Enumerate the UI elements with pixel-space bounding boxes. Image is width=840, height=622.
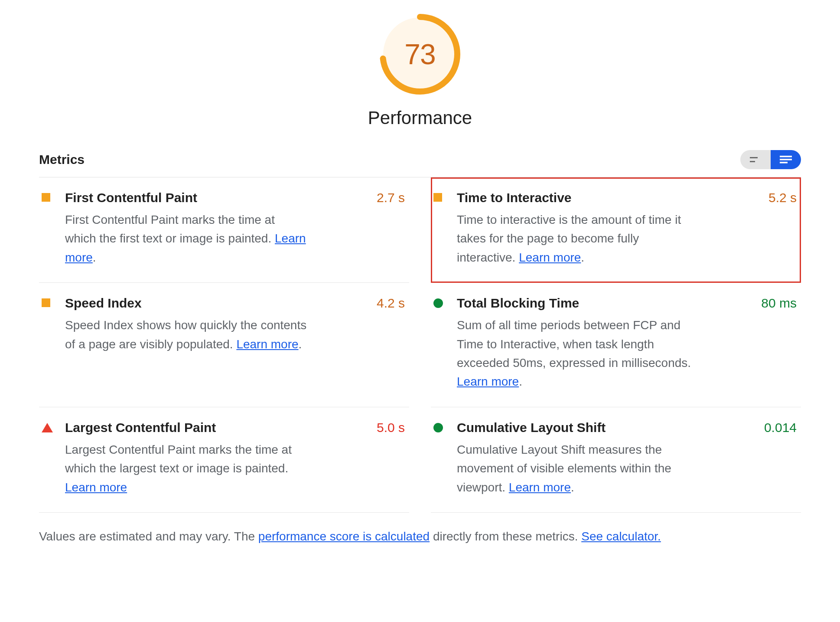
metrics-grid: First Contentful Paint2.7 sFirst Content… [39, 177, 801, 513]
square-status-icon [433, 193, 442, 202]
svg-rect-2 [780, 156, 792, 157]
metric-head: Largest Contentful Paint5.0 s [65, 420, 405, 435]
metric-value: 0.014 [764, 420, 797, 435]
performance-gauge: 73 Performance [39, 13, 801, 128]
metric-desc-text: Largest Contentful Paint marks the time … [65, 443, 292, 475]
compact-lines-icon [750, 156, 761, 163]
metric-name: Speed Index [65, 296, 142, 311]
metric-head: Cumulative Layout Shift0.014 [457, 420, 797, 435]
metric-name: Largest Contentful Paint [65, 420, 216, 435]
metric-value: 80 ms [761, 296, 797, 311]
svg-rect-4 [780, 162, 788, 164]
metric-desc-post: . [581, 251, 584, 264]
footnote-see-calculator-link[interactable]: See calculator. [581, 530, 661, 543]
metric-head: Time to Interactive5.2 s [457, 190, 797, 205]
metric-fcp: First Contentful Paint2.7 sFirst Content… [39, 177, 409, 283]
triangle-status-icon [42, 423, 53, 432]
metric-desc-post: . [571, 481, 574, 494]
view-toggle [740, 150, 801, 169]
learn-more-link[interactable]: Learn more [457, 375, 519, 388]
learn-more-link[interactable]: Learn more [519, 251, 581, 264]
metric-desc-post: . [299, 337, 302, 351]
gauge-ring: 73 [379, 13, 461, 95]
svg-rect-0 [750, 157, 758, 158]
metric-description: Cumulative Layout Shift measures the mov… [457, 440, 700, 497]
metric-desc-text: Sum of all time periods between FCP and … [457, 318, 691, 370]
square-status-icon [42, 298, 50, 307]
metric-tti: Time to Interactive5.2 sTime to interact… [431, 177, 801, 283]
metric-description: Time to interactive is the amount of tim… [457, 210, 700, 267]
metric-head: Speed Index4.2 s [65, 296, 405, 311]
metrics-header: Metrics [39, 150, 801, 177]
metric-value: 5.2 s [768, 190, 797, 205]
metric-value: 5.0 s [377, 420, 405, 435]
metric-desc-text: First Contentful Paint marks the time at… [65, 213, 275, 245]
metric-head: Total Blocking Time80 ms [457, 296, 797, 311]
metric-description: Largest Contentful Paint marks the time … [65, 440, 308, 497]
metric-value: 2.7 s [377, 190, 405, 205]
metric-value: 4.2 s [377, 296, 405, 311]
metric-head: First Contentful Paint2.7 s [65, 190, 405, 205]
metric-description: Sum of all time periods between FCP and … [457, 316, 700, 391]
metrics-title: Metrics [39, 152, 85, 167]
view-compact-button[interactable] [740, 150, 771, 169]
metric-name: Time to Interactive [457, 190, 572, 205]
svg-rect-3 [780, 159, 792, 160]
metric-desc-post: . [93, 251, 96, 264]
expanded-lines-icon [780, 156, 792, 164]
footnote: Values are estimated and may vary. The p… [39, 527, 801, 546]
gauge-label: Performance [368, 108, 472, 128]
metric-description: Speed Index shows how quickly the conten… [65, 316, 308, 354]
metric-name: First Contentful Paint [65, 190, 197, 205]
circle-status-icon [433, 423, 443, 432]
square-status-icon [42, 193, 50, 202]
learn-more-link[interactable]: Learn more [236, 337, 298, 351]
metric-si: Speed Index4.2 sSpeed Index shows how qu… [39, 283, 409, 407]
learn-more-link[interactable]: Learn more [509, 481, 571, 494]
gauge-score: 73 [379, 13, 461, 95]
metric-name: Total Blocking Time [457, 296, 579, 311]
svg-rect-1 [750, 161, 755, 162]
metric-name: Cumulative Layout Shift [457, 420, 606, 435]
learn-more-link[interactable]: Learn more [65, 481, 127, 494]
metric-description: First Contentful Paint marks the time at… [65, 210, 308, 267]
metric-lcp: Largest Contentful Paint5.0 sLargest Con… [39, 407, 409, 513]
metric-tbt: Total Blocking Time80 msSum of all time … [431, 283, 801, 407]
circle-status-icon [433, 298, 443, 308]
footnote-pre: Values are estimated and may vary. The [39, 530, 258, 543]
view-expanded-button[interactable] [771, 150, 801, 169]
metric-cls: Cumulative Layout Shift0.014Cumulative L… [431, 407, 801, 513]
metric-desc-post: . [519, 375, 522, 388]
footnote-mid: directly from these metrics. [433, 530, 581, 543]
footnote-calc-link[interactable]: performance score is calculated [258, 530, 430, 543]
